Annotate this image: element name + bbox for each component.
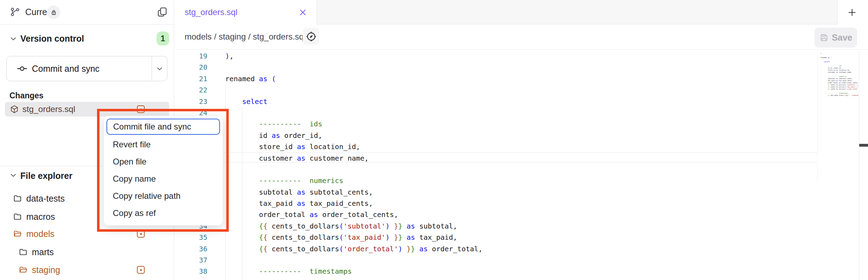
branch-header: Current	[0, 0, 174, 24]
code-line-37: 37	[174, 254, 868, 266]
app-root: Current Version control 1 Commit and syn…	[0, 0, 868, 280]
code-line-30: 30 ---------- numerics	[174, 175, 868, 186]
commit-and-sync-button[interactable]: Commit and sync	[6, 56, 167, 81]
tab-stg-orders[interactable]: stg_orders.sql	[174, 0, 317, 25]
git-commit-icon	[16, 63, 28, 74]
code-line-35: 35 {{ cents_to_dollars('tax_paid') }} as…	[174, 232, 868, 243]
copy-branch-icon[interactable]	[157, 6, 168, 18]
code-line-38: 38 ---------- timestamps	[174, 266, 868, 277]
modified-indicator-badge	[137, 230, 145, 238]
code-line-27: 27 store_id as location_id,	[174, 141, 868, 152]
commit-options-dropdown[interactable]	[152, 56, 167, 81]
code-line-20: 20	[174, 62, 868, 73]
explorer-item-label: staging	[32, 265, 60, 275]
menu-item-commit-file-and-sync[interactable]: Commit file and sync	[106, 119, 220, 135]
folder-open-icon	[13, 229, 22, 238]
model-cube-icon	[10, 105, 19, 114]
code-line-36: 36 {{ cents_to_dollars('order_total') }}…	[174, 243, 868, 254]
code-line-25: 25 ---------- ids	[174, 118, 868, 130]
code-line-26: 26 id as order_id,	[174, 130, 868, 141]
explorer-item-models[interactable]: models	[0, 226, 174, 241]
context-menu: Commit file and syncRevert fileOpen file…	[103, 115, 223, 226]
tab-close-icon[interactable]	[298, 8, 307, 17]
changed-file-name: stg_orders.sql	[22, 104, 75, 114]
code-line-34: 34 {{ cents_to_dollars('subtotal') }} as…	[174, 220, 868, 232]
line-number: 39	[174, 277, 207, 280]
menu-item-copy-name[interactable]: Copy name	[104, 170, 223, 187]
line-number: 20	[174, 62, 207, 73]
version-control-chevron-icon[interactable]	[10, 35, 17, 42]
line-number: 22	[174, 84, 207, 96]
explorer-item-marts[interactable]: marts	[0, 244, 174, 260]
explorer-item-staging[interactable]: staging	[0, 262, 174, 278]
lineage-compass-button[interactable]	[303, 28, 319, 45]
breadcrumb: models / staging / stg_orders.sql	[185, 32, 306, 42]
line-number: 21	[174, 73, 207, 84]
line-number: 36	[174, 243, 207, 254]
changes-count-badge: 1	[157, 31, 169, 46]
folder-closed-icon	[13, 194, 22, 203]
code-line-22: 22	[174, 84, 868, 96]
explorer-item-label: data-tests	[26, 194, 65, 204]
editor: stg_orders.sql models / staging / stg_or…	[174, 0, 868, 280]
tab-bar-divider	[837, 0, 838, 24]
explorer-item-label: macros	[26, 212, 55, 222]
save-button-label: Save	[832, 33, 852, 43]
editor-header: models / staging / stg_orders.sql Save	[174, 25, 868, 50]
version-control-title[interactable]: Version control	[20, 34, 84, 44]
save-button[interactable]: Save	[814, 28, 857, 48]
code-line-29: 29	[174, 164, 868, 175]
code-line-32: 32 tax_paid as tax_paid_cents,	[174, 198, 868, 209]
file-explorer-title[interactable]: File explorer	[20, 171, 73, 181]
folder-closed-icon	[19, 247, 28, 257]
code-line-21: 21renamed as (	[174, 73, 868, 84]
modified-indicator-badge	[137, 105, 145, 113]
menu-item-open-file[interactable]: Open file	[104, 153, 223, 170]
modified-indicator-badge	[137, 266, 145, 274]
code-line-28: 28 customer as customer_name,	[174, 153, 868, 164]
code-line-33: 33 order_total as order_total_cents,	[174, 209, 868, 220]
code-line-19: 19),	[174, 50, 868, 62]
menu-item-revert-file[interactable]: Revert file	[104, 136, 223, 153]
code-lines: 19),20 21renamed as (22 23 select24 25 -…	[174, 50, 868, 280]
menu-item-copy-as-ref[interactable]: Copy as ref	[104, 204, 223, 222]
tab-bar: stg_orders.sql	[174, 0, 868, 24]
line-number: 23	[174, 96, 207, 107]
line-number: 35	[174, 232, 207, 243]
overview-ruler-cursor-marker	[859, 144, 868, 147]
code-line-39: 39 {{ dbt.date_trunc('day', 'ordered_at'…	[174, 277, 868, 280]
overview-ruler	[859, 50, 868, 280]
line-number: 38	[174, 266, 207, 277]
new-tab-button[interactable]	[847, 8, 857, 17]
git-branch-icon	[10, 7, 20, 17]
commit-button-label: Commit and sync	[32, 64, 99, 74]
menu-item-copy-relative-path[interactable]: Copy relative path	[104, 187, 223, 204]
read-only-lock-badge	[47, 6, 60, 19]
code-line-24: 24	[174, 107, 868, 118]
changed-file-row[interactable]: stg_orders.sql	[5, 102, 169, 117]
code-line-23: 23 select	[174, 96, 868, 107]
file-explorer-chevron-icon[interactable]	[10, 172, 17, 179]
line-number: 37	[174, 254, 207, 266]
explorer-item-label: marts	[32, 247, 54, 257]
folder-closed-icon	[13, 212, 22, 221]
changes-section-label: Changes	[9, 91, 43, 100]
tab-title: stg_orders.sql	[185, 7, 237, 17]
line-number: 19	[174, 50, 207, 62]
code-line-31: 31 subtotal as subtotal_cents,	[174, 187, 868, 198]
explorer-item-label: models	[26, 229, 55, 239]
code-editor-surface[interactable]: 19),20 21renamed as (22 23 select24 25 -…	[174, 50, 868, 280]
code-line-39: {{ dbt.date_trunc('day', 'ordered_at') }…	[820, 94, 859, 97]
folder-open-icon	[19, 265, 28, 274]
minimap[interactable]: ), renamed as ( select ---------- ids id…	[817, 52, 859, 181]
